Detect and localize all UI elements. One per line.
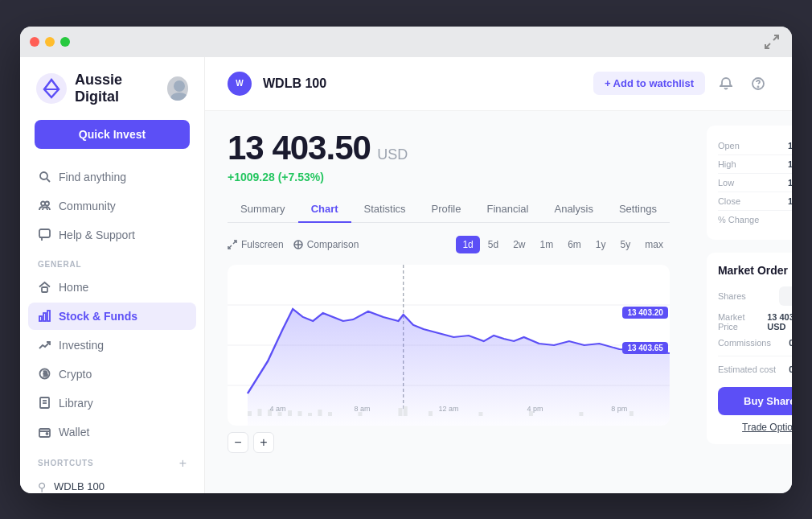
logo-text: Aussie Digital	[75, 72, 159, 105]
period-2w[interactable]: 2w	[506, 236, 531, 253]
stat-open-label: Open	[718, 141, 740, 150]
chart-svg	[228, 265, 670, 426]
order-title: Market Order	[718, 264, 792, 277]
sidebar-item-wallet[interactable]: Wallet	[28, 418, 196, 446]
price-display: 13 403.50 USD	[228, 129, 670, 167]
stat-close-label: Close	[718, 196, 740, 206]
ticker-name: WDLB 100	[263, 76, 326, 91]
order-commission-value: 0,00 USD	[789, 338, 792, 348]
tab-statistics[interactable]: Statistics	[351, 196, 419, 223]
zoom-out-button[interactable]: −	[228, 432, 248, 453]
svg-rect-14	[43, 313, 46, 321]
logo-area: Aussie Digital	[20, 72, 204, 120]
period-max[interactable]: max	[638, 236, 670, 253]
fullscreen-button[interactable]: Fulscreen	[228, 239, 284, 250]
order-shares-label: Shares	[718, 291, 746, 301]
buy-shares-button[interactable]: Buy Shares	[718, 387, 792, 415]
order-row-commission: Commissions 0,00 USD	[718, 338, 792, 348]
maximize-dot[interactable]	[60, 37, 70, 47]
zoom-in-button[interactable]: +	[253, 432, 274, 453]
period-5y[interactable]: 5y	[614, 236, 638, 253]
svg-point-7	[40, 172, 47, 179]
notification-bell-icon[interactable]	[715, 72, 737, 95]
add-to-watchlist-button[interactable]: + Add to watchlist	[593, 72, 705, 95]
sidebar-item-community[interactable]: Community	[28, 192, 196, 220]
period-selector: 1d 5d 2w 1m 6m 1y 5y max	[456, 236, 669, 253]
ticker-badge: W	[228, 72, 252, 96]
tab-chart[interactable]: Chart	[298, 196, 351, 223]
sidebar-item-help-label: Help & Support	[59, 229, 135, 241]
stat-low-label: Low	[718, 178, 734, 187]
chart-controls: Fulscreen Comparison 1d 5d 2w 1m 6m	[228, 236, 670, 253]
order-row-shares: Shares	[718, 286, 792, 306]
tab-financial[interactable]: Financial	[474, 196, 541, 223]
tab-settings[interactable]: Settings	[606, 196, 670, 223]
users-icon	[38, 200, 51, 212]
period-1m[interactable]: 1m	[534, 236, 560, 253]
stat-row-low: Low 13 101.30	[718, 174, 792, 192]
price-main: 13 403.50	[228, 129, 371, 167]
trade-options-link[interactable]: Trade Options	[718, 422, 792, 433]
trending-icon	[38, 339, 51, 352]
sidebar-item-stocks[interactable]: Stock & Funds	[28, 303, 196, 330]
svg-point-10	[45, 202, 49, 206]
tab-profile[interactable]: Profile	[419, 196, 474, 223]
period-5d[interactable]: 5d	[482, 236, 505, 253]
shares-input[interactable]	[779, 286, 792, 306]
comparison-button[interactable]: Comparison	[293, 239, 359, 250]
period-1y[interactable]: 1y	[589, 236, 613, 253]
svg-rect-11	[39, 229, 50, 237]
order-divider	[718, 356, 792, 356]
shortcuts-header: SHORTCUTS +	[20, 446, 204, 475]
chart-bar-icon	[38, 310, 51, 323]
chart-section: 13 403.50 USD +1009.28 (+7.53%) Summary …	[205, 111, 692, 493]
shortcut-item-wdlb[interactable]: ⚲ WDLB 100	[20, 475, 204, 493]
stat-high-label: High	[718, 159, 736, 169]
tab-analysis[interactable]: Analysis	[541, 196, 605, 223]
book-icon	[38, 397, 51, 410]
shortcuts-add-button[interactable]: +	[179, 457, 187, 470]
sidebar-item-help[interactable]: Help & Support	[28, 221, 196, 249]
sidebar: Aussie Digital Quick Invest Find anythin…	[20, 57, 205, 493]
close-dot[interactable]	[30, 37, 39, 47]
stat-change-label: % Change	[718, 215, 759, 224]
main-header: W WDLB 100 + Add to watchlist	[205, 57, 792, 111]
order-estimated-value: 0,00 USD	[789, 365, 792, 374]
home-icon	[38, 281, 51, 294]
top-nav: Find anything Community Help & Support	[20, 163, 204, 249]
sidebar-item-investing[interactable]: Investing	[28, 332, 196, 359]
sidebar-item-crypto[interactable]: Crypto	[28, 360, 196, 388]
order-commission-label: Commissions	[718, 338, 771, 348]
sidebar-item-crypto-label: Crypto	[59, 368, 92, 381]
sidebar-item-library[interactable]: Library	[28, 389, 196, 417]
order-estimated-label: Estimated cost	[718, 365, 776, 374]
sidebar-item-stocks-label: Stock & Funds	[59, 310, 137, 323]
avatar[interactable]	[167, 76, 188, 101]
sidebar-item-home[interactable]: Home	[28, 274, 196, 301]
period-1d[interactable]: 1d	[456, 236, 479, 253]
quick-invest-button[interactable]: Quick Invest	[35, 120, 190, 149]
zoom-controls: − +	[228, 432, 670, 453]
stat-row-change: % Change 7.53%	[718, 211, 792, 229]
price-change: +1009.28 (+7.53%)	[228, 171, 670, 183]
fullscreen-icon[interactable]	[763, 33, 781, 51]
chart-tabs: Summary Chart Statistics Profile Financi…	[228, 196, 670, 223]
search-icon	[38, 171, 51, 183]
main-body: 13 403.50 USD +1009.28 (+7.53%) Summary …	[205, 111, 792, 493]
stat-close-value: 13 112.50	[788, 196, 792, 206]
period-6m[interactable]: 6m	[561, 236, 588, 253]
sidebar-item-find[interactable]: Find anything	[28, 163, 196, 191]
svg-rect-41	[308, 413, 312, 416]
minimize-dot[interactable]	[45, 37, 55, 47]
tab-summary[interactable]: Summary	[228, 196, 298, 223]
main-content: W WDLB 100 + Add to watchlist	[205, 57, 792, 493]
general-section-label: GENERAL	[20, 249, 204, 274]
sidebar-item-investing-label: Investing	[59, 339, 104, 352]
chart-label-high: 13 403.20	[622, 307, 668, 319]
sidebar-item-community-label: Community	[59, 200, 116, 212]
svg-point-23	[46, 433, 47, 435]
right-panel: Open 13 101.48 High 13 504.40 Low 13 101…	[692, 111, 792, 493]
sidebar-item-home-label: Home	[59, 281, 88, 294]
help-question-icon[interactable]	[747, 72, 769, 95]
titlebar	[20, 27, 792, 57]
